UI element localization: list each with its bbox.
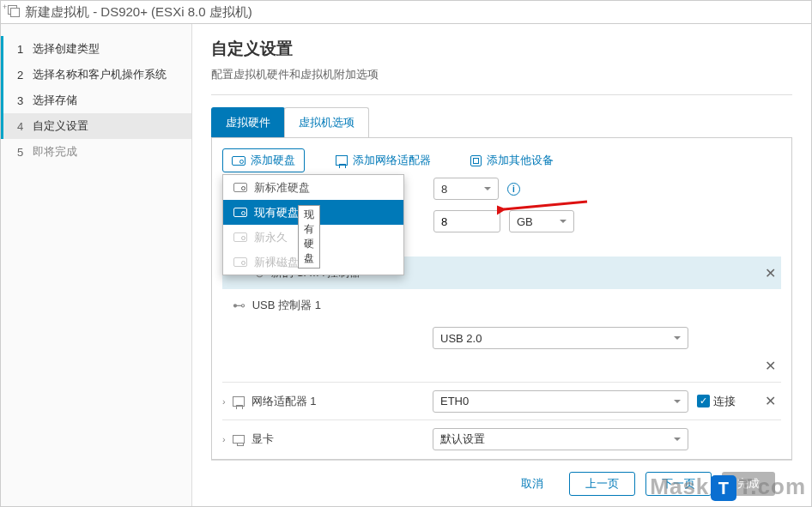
tab-virtual-hardware[interactable]: 虚拟硬件: [211, 107, 285, 137]
page-subtitle: 配置虚拟机硬件和虚拟机附加选项: [211, 67, 792, 82]
finish-button: 完成: [722, 472, 775, 496]
dialog-body: 1选择创建类型 2选择名称和客户机操作系统 3选择存储 4自定义设置 5即将完成…: [1, 23, 811, 506]
row-video-card: ›显卡 默认设置: [222, 419, 781, 452]
next-button[interactable]: 下一页: [645, 472, 712, 496]
monitor-icon: [233, 435, 245, 444]
action-bar: 添加硬盘 新标准硬盘 现有硬盘 新永久 新裸磁盘 现有硬盘 添: [222, 148, 781, 172]
divider: [211, 94, 792, 95]
svg-line-1: [504, 202, 587, 209]
menu-new-standard-disk[interactable]: 新标准硬盘: [223, 175, 403, 200]
row-usb-remove: ✕: [222, 354, 781, 377]
dialog-header: + 新建虚拟机 - DS920+ (ESXi 8.0 虚拟机): [1, 1, 811, 23]
main-panel: 自定义设置 配置虚拟机硬件和虚拟机附加选项 虚拟硬件 虚拟机选项 添加硬盘 新标…: [192, 24, 811, 506]
cpu-count-select[interactable]: 8: [433, 178, 499, 200]
remove-nic-button[interactable]: ✕: [765, 393, 776, 409]
new-vm-dialog: + 新建虚拟机 - DS920+ (ESXi 8.0 虚拟机) 1选择创建类型 …: [0, 0, 812, 507]
existing-disk-tooltip: 现有硬盘: [298, 205, 320, 269]
nic-network-select[interactable]: ETH0: [433, 390, 688, 413]
nic-icon: [233, 396, 245, 407]
hdd-icon: [232, 156, 245, 166]
row-network-adapter: ›网络适配器 1 ETH0 ✓连接 ✕: [222, 382, 781, 414]
memory-size-input[interactable]: [433, 210, 500, 232]
step-custom-settings[interactable]: 4自定义设置: [1, 113, 191, 139]
step-ready[interactable]: 5即将完成: [1, 139, 191, 165]
add-disk-button[interactable]: 添加硬盘: [222, 148, 305, 172]
hdd-icon: [233, 232, 247, 242]
add-other-device-button[interactable]: 添加其他设备: [462, 149, 562, 172]
chevron-right-icon[interactable]: ›: [222, 396, 226, 407]
gpu-settings-select[interactable]: 默认设置: [433, 428, 688, 450]
step-create-type[interactable]: 1选择创建类型: [1, 36, 191, 62]
vm-stack-icon: +: [8, 5, 20, 20]
tab-vm-options[interactable]: 虚拟机选项: [284, 107, 369, 137]
wizard-sidebar: 1选择创建类型 2选择名称和客户机操作系统 3选择存储 4自定义设置 5即将完成: [1, 24, 192, 506]
row-usb-controller: ›USB 控制器 1: [222, 289, 781, 322]
nic-icon: [336, 155, 348, 166]
dialog-title: 新建虚拟机 - DS920+ (ESXi 8.0 虚拟机): [25, 4, 252, 21]
hdd-icon: [233, 257, 247, 267]
usb-type-select[interactable]: USB 2.0: [433, 327, 688, 349]
remove-usb-button[interactable]: ✕: [765, 358, 776, 374]
annotation-arrow: [497, 198, 591, 215]
page-title: 自定义设置: [211, 38, 792, 60]
usb-icon: [233, 298, 245, 313]
tabs: 虚拟硬件 虚拟机选项: [211, 107, 792, 138]
nic-connect-checkbox[interactable]: ✓连接: [697, 394, 736, 409]
device-icon: [470, 155, 482, 166]
hdd-icon: [233, 183, 247, 192]
add-nic-button[interactable]: 添加网络适配器: [327, 149, 439, 172]
remove-sata-button[interactable]: ✕: [765, 265, 776, 281]
row-usb-value: USB 2.0: [222, 322, 781, 354]
cancel-button[interactable]: 取消: [506, 472, 559, 496]
info-icon[interactable]: i: [507, 183, 520, 196]
back-button[interactable]: 上一页: [569, 472, 635, 496]
dialog-footer: 取消 上一页 下一页 完成: [211, 460, 792, 506]
step-storage[interactable]: 3选择存储: [1, 88, 191, 113]
hardware-panel: 添加硬盘 新标准硬盘 现有硬盘 新永久 新裸磁盘 现有硬盘 添: [211, 138, 792, 460]
hdd-icon: [233, 208, 247, 217]
step-name-os[interactable]: 2选择名称和客户机操作系统: [1, 62, 191, 88]
chevron-right-icon[interactable]: ›: [222, 434, 226, 444]
